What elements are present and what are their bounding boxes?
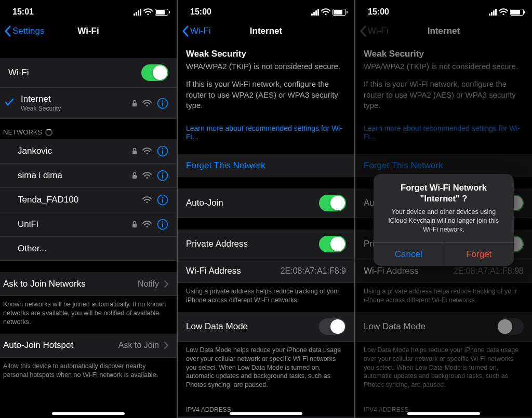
alert-forget-button[interactable]: Forget — [444, 243, 514, 266]
back-button[interactable]: Wi-Fi — [182, 25, 211, 37]
private-address-label: Private Address — [186, 239, 248, 249]
low-data-mode-row[interactable]: Low Data Mode — [178, 312, 354, 342]
low-data-toggle[interactable] — [319, 318, 346, 335]
hotspot-label: Auto-Join Hotspot — [3, 340, 73, 350]
private-address-row[interactable]: Private Address — [178, 230, 354, 259]
info-icon[interactable] — [157, 170, 168, 181]
info-icon[interactable] — [157, 219, 168, 230]
low-data-label: Low Data Mode — [364, 321, 425, 332]
lock-icon — [132, 100, 137, 107]
weak-security-body1: WPA/WPA2 (TKIP) is not considered secure… — [364, 61, 524, 72]
hotspot-value: Ask to Join — [118, 341, 159, 350]
low-data-label: Low Data Mode — [186, 321, 248, 332]
info-icon[interactable] — [157, 145, 168, 157]
battery-icon — [510, 9, 524, 16]
low-data-toggle — [497, 318, 524, 335]
lock-icon — [132, 172, 137, 179]
network-row[interactable]: sima i dima — [0, 164, 177, 188]
auto-join-toggle[interactable] — [319, 195, 346, 211]
auto-join-hotspot-row[interactable]: Auto-Join Hotspot Ask to Join — [0, 334, 177, 358]
nav-title: Wi-Fi — [77, 26, 99, 36]
wifi-toggle-row[interactable]: Wi-Fi — [0, 58, 177, 88]
alert-title: Forget Wi-Fi Network "Internet" ? — [374, 174, 514, 206]
alert-cancel-button[interactable]: Cancel — [374, 243, 444, 266]
back-label: Wi-Fi — [368, 26, 389, 36]
chevron-left-icon — [4, 25, 11, 37]
auto-join-label: Auto-Join — [186, 198, 223, 208]
networks-header: NETWORKS — [0, 119, 177, 139]
status-time: 15:01 — [12, 7, 34, 17]
chevron-right-icon — [164, 280, 168, 288]
chevron-left-icon — [360, 25, 367, 37]
weak-security-block: Weak Security WPA/WPA2 (TKIP) is not con… — [355, 43, 532, 111]
cellular-icon — [489, 9, 497, 16]
ask-label: Ask to Join Networks — [3, 279, 86, 289]
weak-security-block: Weak Security WPA/WPA2 (TKIP) is not con… — [178, 43, 354, 111]
wifi-toggle-label: Wi-Fi — [8, 68, 29, 78]
weak-security-body2: If this is your Wi-Fi network, configure… — [364, 79, 524, 111]
content: Weak Security WPA/WPA2 (TKIP) is not con… — [178, 43, 354, 418]
check-icon — [5, 98, 14, 109]
status-time: 15:00 — [190, 7, 211, 17]
wifi-address-label: Wi-Fi Address — [364, 266, 419, 276]
connected-network-row[interactable]: Internet Weak Security — [0, 88, 177, 119]
back-button: Wi-Fi — [360, 25, 389, 37]
wifi-toggle[interactable] — [141, 64, 168, 81]
forget-alert: Forget Wi-Fi Network "Internet" ? Your d… — [374, 174, 514, 266]
wifi-icon — [142, 147, 152, 155]
weak-security-title: Weak Security — [364, 49, 524, 59]
network-name: Jankovic — [18, 146, 52, 156]
wifi-status-icon — [499, 8, 508, 16]
chevron-right-icon — [164, 342, 168, 349]
wifi-icon — [142, 221, 152, 228]
wifi-address-value: 2E:08:A7:A1:F8:98 — [454, 266, 524, 276]
status-indicators — [134, 8, 168, 16]
back-label: Wi-Fi — [190, 26, 211, 36]
private-address-footer: Using a private address helps reduce tra… — [178, 283, 354, 312]
nav-bar: Settings Wi-Fi — [0, 20, 177, 43]
hotspot-footer: Allow this device to automatically disco… — [0, 358, 177, 387]
screen-forget-alert: 15:00 Wi-Fi Internet Weak Security WPA/W… — [355, 0, 532, 418]
ask-footer: Known networks will be joined automatica… — [0, 296, 177, 334]
network-other-row[interactable]: Other... — [0, 237, 177, 261]
weak-security-body1: WPA/WPA2 (TKIP) is not considered secure… — [186, 61, 346, 72]
nav-title: Internet — [250, 26, 282, 36]
connected-network-name: Internet — [21, 94, 51, 104]
private-address-toggle[interactable] — [319, 236, 346, 252]
info-icon[interactable] — [157, 194, 168, 206]
screen-wifi-list: 15:01 Settings Wi-Fi Wi-Fi Internet Weak… — [0, 0, 177, 418]
battery-icon — [332, 9, 346, 16]
network-name: UniFi — [18, 219, 38, 230]
content: Wi-Fi Internet Weak Security NETWORKS Ja — [0, 43, 177, 418]
learn-more-link[interactable]: Learn more about recommended settings fo… — [178, 118, 354, 147]
home-indicator[interactable] — [407, 412, 480, 415]
back-label: Settings — [12, 26, 44, 36]
status-indicators — [489, 8, 524, 16]
status-bar: 15:01 — [0, 0, 177, 20]
auto-join-row[interactable]: Auto-Join — [178, 188, 354, 218]
wifi-icon — [142, 172, 152, 179]
wifi-address-label: Wi-Fi Address — [186, 266, 241, 276]
cellular-icon — [134, 9, 141, 16]
home-indicator[interactable] — [52, 412, 125, 415]
status-indicators — [311, 8, 346, 16]
status-bar: 15:00 — [355, 0, 532, 20]
wifi-status-icon — [143, 8, 153, 16]
low-data-footer: Low Data Mode helps reduce your iPhone d… — [355, 342, 532, 397]
home-indicator[interactable] — [230, 412, 302, 415]
forget-network-button[interactable]: Forget This Network — [178, 154, 354, 177]
network-row[interactable]: Jankovic — [0, 139, 177, 164]
network-row[interactable]: Tenda_FAD100 — [0, 188, 177, 212]
back-button[interactable]: Settings — [4, 25, 44, 37]
ask-to-join-row[interactable]: Ask to Join Networks Notify — [0, 272, 177, 296]
status-bar: 15:00 — [178, 0, 354, 20]
screen-network-detail: 15:00 Wi-Fi Internet Weak Security WPA/W… — [178, 0, 354, 418]
info-icon[interactable] — [157, 98, 168, 109]
chevron-left-icon — [182, 25, 189, 37]
spinner-icon — [45, 129, 52, 136]
cellular-icon — [311, 9, 319, 16]
status-time: 15:00 — [368, 7, 389, 17]
network-row[interactable]: UniFi — [0, 212, 177, 237]
nav-bar: Wi-Fi Internet — [178, 20, 354, 43]
wifi-address-value: 2E:08:A7:A1:F8:9 — [281, 266, 346, 276]
